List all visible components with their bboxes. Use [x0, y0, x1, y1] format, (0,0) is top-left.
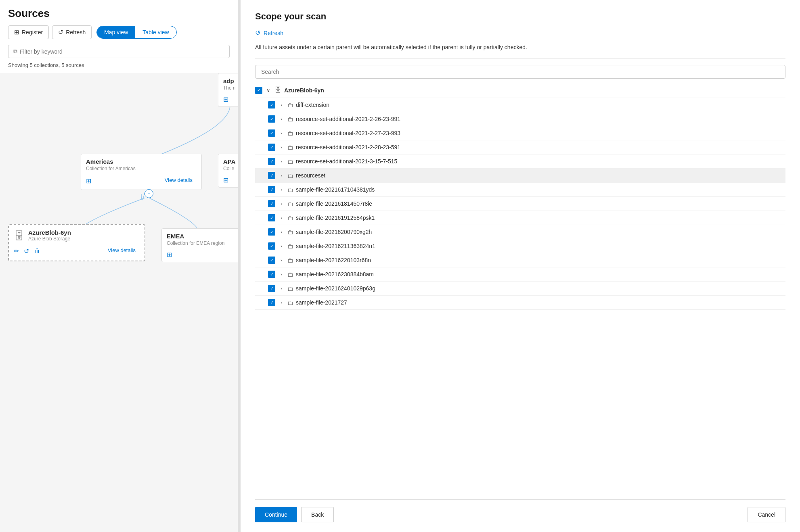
item-checkbox[interactable]: ✓ — [268, 200, 275, 207]
item-label: sample-file-20216211363824n1 — [296, 243, 785, 249]
item-checkbox[interactable]: ✓ — [268, 242, 275, 250]
map-canvas: adp The n ⊞ Americas Collection for Amer… — [0, 73, 238, 532]
blob-storage-icon: 🗄 — [14, 230, 24, 242]
folder-icon: 🗀 — [287, 186, 293, 193]
register-icon: ⊞ — [14, 29, 19, 36]
item-chevron[interactable]: › — [278, 200, 285, 207]
tree-item: ✓›🗀sample-file-20216230884b8am — [255, 267, 785, 282]
item-checkbox[interactable]: ✓ — [268, 101, 275, 108]
root-checkbox[interactable]: ✓ — [255, 87, 262, 94]
item-chevron[interactable]: › — [278, 285, 285, 292]
right-panel: Scope your scan ↺ Refresh All future ass… — [241, 0, 800, 532]
node-adp: adp The n ⊞ — [218, 73, 238, 107]
item-checkbox[interactable]: ✓ — [268, 129, 275, 137]
item-checkbox[interactable]: ✓ — [268, 214, 275, 221]
item-label: diff-extension — [296, 102, 785, 108]
tree-search-input[interactable] — [255, 65, 785, 79]
folder-icon: 🗀 — [287, 116, 293, 123]
item-chevron[interactable]: › — [278, 214, 285, 221]
cancel-button[interactable]: Cancel — [748, 507, 785, 522]
item-label: sample-file-202162401029p63g — [296, 285, 785, 292]
item-label: resourceset — [296, 172, 785, 179]
folder-icon: 🗀 — [287, 200, 293, 207]
americas-grid-icon: ⊞ — [86, 177, 91, 185]
item-chevron[interactable]: › — [278, 158, 285, 165]
tree-items-container: ✓›🗀diff-extension✓›🗀resource-set-additio… — [255, 98, 785, 310]
tree-item: ✓›🗀sample-file-202162401029p63g — [255, 282, 785, 296]
root-chevron[interactable]: ∨ — [265, 87, 272, 94]
item-checkbox[interactable]: ✓ — [268, 299, 275, 306]
edit-icon[interactable]: ✏ — [14, 247, 19, 255]
item-label: sample-file-2021617104381yds — [296, 186, 785, 193]
item-chevron[interactable]: › — [278, 101, 285, 108]
map-view-button[interactable]: Map view — [97, 26, 135, 38]
item-label: resource-set-additional-2021-2-28-23-591 — [296, 144, 785, 150]
azureblob-sub: Azure Blob Storage — [28, 236, 71, 242]
tree-item: ✓›🗀sample-file-20216220103r68n — [255, 253, 785, 267]
right-footer: Continue Back Cancel — [255, 499, 785, 522]
continue-button[interactable]: Continue — [255, 507, 297, 522]
item-label: sample-file-2021727 — [296, 299, 785, 306]
tree-item: ✓›🗀resource-set-additional-2021-2-26-23-… — [255, 112, 785, 126]
item-chevron[interactable]: › — [278, 144, 285, 151]
item-chevron[interactable]: › — [278, 115, 285, 123]
item-checkbox[interactable]: ✓ — [268, 158, 275, 165]
folder-icon: 🗀 — [287, 172, 293, 179]
item-chevron[interactable]: › — [278, 271, 285, 278]
item-checkbox[interactable]: ✓ — [268, 172, 275, 179]
refresh-circle-icon[interactable]: ↺ — [24, 247, 29, 255]
item-checkbox[interactable]: ✓ — [268, 257, 275, 264]
table-view-button[interactable]: Table view — [135, 26, 176, 38]
folder-icon: 🗀 — [287, 257, 293, 264]
filter-icon: ⧉ — [13, 48, 17, 55]
collapse-circle[interactable]: − — [145, 189, 153, 198]
item-chevron[interactable]: › — [278, 129, 285, 137]
americas-title: Americas — [81, 154, 201, 166]
folder-icon: 🗀 — [287, 243, 293, 250]
item-chevron[interactable]: › — [278, 172, 285, 179]
item-label: sample-file-20216220103r68n — [296, 257, 785, 263]
item-checkbox[interactable]: ✓ — [268, 228, 275, 236]
item-chevron[interactable]: › — [278, 242, 285, 250]
item-checkbox[interactable]: ✓ — [268, 285, 275, 292]
register-button[interactable]: ⊞ Register — [8, 25, 49, 39]
back-button[interactable]: Back — [301, 507, 334, 522]
tree-item: ✓›🗀sample-file-2021617104381yds — [255, 183, 785, 197]
delete-icon[interactable]: 🗑 — [34, 247, 40, 255]
folder-icon: 🗀 — [287, 215, 293, 221]
item-checkbox[interactable]: ✓ — [268, 271, 275, 278]
folder-icon: 🗀 — [287, 271, 293, 278]
node-emea: EMEA Collection for EMEA region ⊞ — [161, 228, 238, 262]
folder-icon: 🗀 — [287, 299, 293, 306]
tree-item: ✓›🗀sample-file-2021727 — [255, 296, 785, 310]
item-chevron[interactable]: › — [278, 228, 285, 236]
item-chevron[interactable]: › — [278, 299, 285, 306]
azureblob-title: AzureBlob-6yn — [28, 229, 71, 236]
azureblob-view-details[interactable]: View details — [103, 246, 140, 257]
right-panel-title: Scope your scan — [255, 11, 785, 22]
node-azureblob: 🗄 AzureBlob-6yn Azure Blob Storage ✏ ↺ 🗑… — [8, 224, 145, 261]
tree-item: ✓›🗀resource-set-additional-2021-3-15-7-5… — [255, 154, 785, 169]
tree-item: ✓›🗀resource-set-additional-2021-2-27-23-… — [255, 126, 785, 140]
item-checkbox[interactable]: ✓ — [268, 115, 275, 123]
toolbar: ⊞ Register ↺ Refresh Map view Table view — [8, 25, 230, 39]
americas-view-details[interactable]: View details — [160, 175, 197, 186]
folder-icon: 🗀 — [287, 229, 293, 236]
item-chevron[interactable]: › — [278, 186, 285, 193]
folder-icon: 🗀 — [287, 285, 293, 292]
item-chevron[interactable]: › — [278, 257, 285, 264]
americas-sub: Collection for Americas — [81, 166, 201, 174]
view-toggle: Map view Table view — [96, 26, 177, 39]
tree-item: ✓›🗀sample-file-202161912584psk1 — [255, 211, 785, 225]
item-checkbox[interactable]: ✓ — [268, 144, 275, 151]
right-refresh-button[interactable]: ↺ Refresh — [255, 29, 785, 37]
refresh-button[interactable]: ↺ Refresh — [52, 25, 92, 39]
root-storage-icon: 🗄 — [274, 86, 282, 94]
item-label: sample-file-202161912584psk1 — [296, 215, 785, 221]
folder-icon: 🗀 — [287, 102, 293, 108]
item-checkbox[interactable]: ✓ — [268, 186, 275, 193]
item-label: sample-file-20216230884b8am — [296, 271, 785, 277]
item-label: sample-file-20216200790xg2h — [296, 229, 785, 235]
item-label: resource-set-additional-2021-2-26-23-991 — [296, 116, 785, 122]
filter-input[interactable] — [20, 48, 224, 55]
